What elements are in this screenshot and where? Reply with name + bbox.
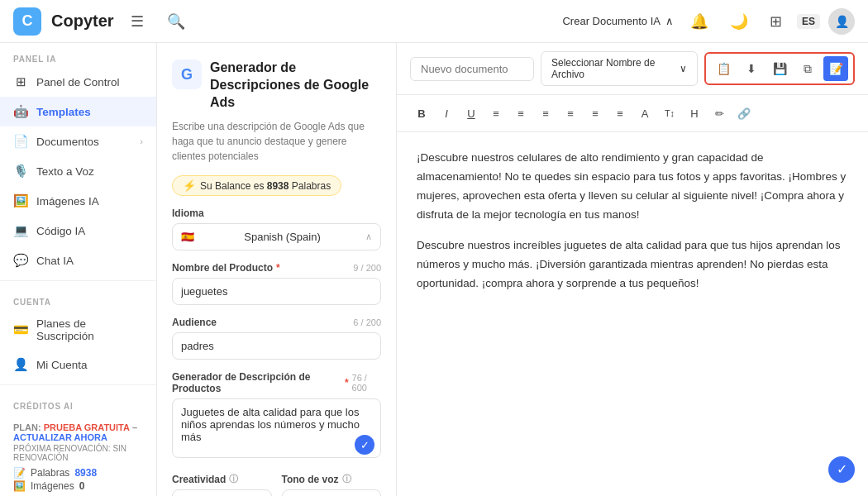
sidebar-item-codigo-ia[interactable]: 💻 Código IA bbox=[0, 216, 156, 246]
doc-action-toolbar: 📋 ⬇ 💾 ⧉ 📝 bbox=[704, 52, 855, 85]
create-document-button[interactable]: Crear Documento IA ∧ bbox=[562, 15, 674, 27]
align-justify-button[interactable]: ≡ bbox=[559, 102, 582, 125]
download-doc-button[interactable]: ⬇ bbox=[739, 56, 764, 81]
palabras-label: Palabras bbox=[31, 467, 69, 479]
required-marker-2: * bbox=[345, 377, 349, 389]
nav-actions: 🔔 🌙 ⊞ ES 👤 bbox=[684, 8, 855, 35]
images-icon: 🖼️ bbox=[13, 480, 26, 492]
imagenes-credit: 🖼️ Imágenes 0 bbox=[13, 480, 143, 492]
palabras-value: 8938 bbox=[74, 467, 97, 479]
producto-input[interactable] bbox=[172, 278, 381, 305]
cuenta-label: CUENTA bbox=[0, 286, 156, 310]
tono-label: Tono de voz ⓘ bbox=[282, 473, 382, 485]
doc-name-input[interactable] bbox=[410, 57, 534, 81]
file-name-label: Seleccionar Nombre de Archivo bbox=[551, 57, 675, 80]
panel-ia-label: PANEL IA bbox=[0, 43, 156, 67]
save-doc-button[interactable]: 💾 bbox=[767, 56, 792, 81]
new-doc-button[interactable]: 📝 bbox=[823, 56, 848, 81]
italic-button[interactable]: I bbox=[435, 102, 458, 125]
form-logo: G bbox=[172, 60, 202, 89]
underline-button[interactable]: U bbox=[460, 102, 483, 125]
image-icon: 🖼️ bbox=[13, 193, 28, 208]
font-color-button[interactable]: A bbox=[633, 102, 656, 125]
list-unordered-button[interactable]: ≡ bbox=[608, 102, 632, 125]
language-badge[interactable]: ES bbox=[797, 14, 820, 29]
align-center-button[interactable]: ≡ bbox=[509, 102, 532, 125]
plan-free-link[interactable]: PRUEBA GRATUITA bbox=[44, 422, 130, 432]
sidebar-item-imagenes-ia[interactable]: 🖼️ Imágenes IA bbox=[0, 186, 156, 216]
imagenes-label: Imágenes bbox=[31, 480, 74, 492]
tono-input[interactable] bbox=[282, 489, 382, 496]
align-left-button[interactable]: ≡ bbox=[484, 102, 508, 125]
link-button[interactable]: 🔗 bbox=[732, 102, 756, 125]
sidebar-item-label: Código IA bbox=[36, 225, 85, 237]
ai-icon: 🤖 bbox=[13, 104, 28, 119]
sidebar-item-label: Imágenes IA bbox=[36, 195, 99, 207]
required-marker: * bbox=[276, 262, 280, 274]
form-title: Generador de Descripciones de Google Ads bbox=[210, 60, 381, 111]
sidebar-item-planes[interactable]: 💳 Planes de Suscripción bbox=[0, 310, 156, 350]
text-size-button[interactable]: T↕ bbox=[658, 102, 681, 125]
chevron-down-icon: ∨ bbox=[680, 63, 687, 74]
sidebar-item-label: Texto a Voz bbox=[36, 165, 94, 178]
hamburger-button[interactable]: ☰ bbox=[124, 9, 150, 34]
spain-flag-icon: 🇪🇸 bbox=[181, 231, 194, 243]
idioma-select[interactable]: 🇪🇸 Spanish (Spain) ∧ bbox=[172, 223, 381, 250]
creditos-label: CRÉDITOS AI bbox=[0, 390, 156, 414]
sidebar-divider bbox=[0, 280, 156, 281]
heading-button[interactable]: H bbox=[683, 102, 706, 125]
sidebar-item-texto-a-voz[interactable]: 🎙️ Texto a Voz bbox=[0, 156, 156, 186]
audience-char-count: 6 / 200 bbox=[353, 317, 381, 327]
align-right-button[interactable]: ≡ bbox=[534, 102, 557, 125]
sidebar-item-label: Chat IA bbox=[36, 255, 74, 267]
audience-label: Audience 6 / 200 bbox=[172, 317, 381, 328]
output-panel: Seleccionar Nombre de Archivo ∨ 📋 ⬇ 💾 ⧉ … bbox=[397, 43, 868, 496]
duplicate-doc-button[interactable]: ⧉ bbox=[795, 56, 820, 81]
descripcion-textarea[interactable]: Juguetes de alta calidad para que los ni… bbox=[172, 398, 381, 458]
sidebar-item-templates[interactable]: 🤖 Templates bbox=[0, 97, 156, 126]
sidebar: PANEL IA ⊞ Panel de Control 🤖 Templates … bbox=[0, 43, 157, 496]
palabras-credit: 📝 Palabras 8938 bbox=[13, 467, 143, 479]
search-button[interactable]: 🔍 bbox=[160, 9, 192, 34]
main-content: G Generador de Descripciones de Google A… bbox=[157, 43, 868, 496]
output-body: ¡Descubre nuestros celulares de alto ren… bbox=[397, 132, 868, 496]
code-icon: 💻 bbox=[13, 223, 28, 238]
bold-button[interactable]: B bbox=[410, 102, 433, 125]
creatividad-input[interactable] bbox=[172, 489, 272, 496]
tono-info-icon[interactable]: ⓘ bbox=[342, 473, 351, 485]
descripcion-char-count: 76 / 600 bbox=[352, 373, 381, 393]
expand-button[interactable]: ⊞ bbox=[763, 9, 789, 34]
format-toolbar: B I U ≡ ≡ ≡ ≡ ≡ ≡ A T↕ H ✏ 🔗 bbox=[397, 95, 868, 132]
sidebar-item-documentos[interactable]: 📄 Documentos › bbox=[0, 126, 156, 156]
plan-text: PLAN: PRUEBA GRATUITA – ACTUALIZAR AHORA bbox=[13, 422, 143, 442]
credit-box: PLAN: PRUEBA GRATUITA – ACTUALIZAR AHORA… bbox=[0, 414, 156, 496]
output-done-icon: ✓ bbox=[828, 456, 855, 483]
avatar[interactable]: 👤 bbox=[828, 8, 855, 35]
moon-button[interactable]: 🌙 bbox=[723, 9, 755, 34]
descripcion-wrapper: Juguetes de alta calidad para que los ni… bbox=[172, 398, 381, 461]
user-icon: 👤 bbox=[13, 357, 28, 372]
balance-badge: ⚡ Su Balance es 8938 Palabras bbox=[172, 175, 341, 196]
copy-doc-button[interactable]: 📋 bbox=[711, 56, 736, 81]
bell-button[interactable]: 🔔 bbox=[684, 9, 715, 34]
plan-upgrade-link[interactable]: ACTUALIZAR AHORA bbox=[13, 432, 107, 442]
form-panel: G Generador de Descripciones de Google A… bbox=[157, 43, 397, 496]
sidebar-item-chat-ia[interactable]: 💬 Chat IA bbox=[0, 246, 156, 275]
words-icon: 📝 bbox=[13, 467, 26, 479]
creatividad-info-icon[interactable]: ⓘ bbox=[229, 473, 238, 485]
sidebar-item-label: Planes de Suscripción bbox=[36, 317, 143, 342]
file-name-select[interactable]: Seleccionar Nombre de Archivo ∨ bbox=[541, 51, 698, 86]
mic-icon: 🎙️ bbox=[13, 164, 28, 179]
sidebar-item-label: Panel de Control bbox=[36, 76, 120, 88]
idioma-label: Idioma bbox=[172, 207, 381, 219]
grid-icon: ⊞ bbox=[13, 74, 28, 89]
audience-input[interactable] bbox=[172, 332, 381, 360]
sidebar-item-panel-control[interactable]: ⊞ Panel de Control bbox=[0, 67, 156, 97]
creatividad-tono-row: Creatividad ⓘ Tono de voz ⓘ bbox=[172, 473, 381, 496]
idioma-value: Spanish (Spain) bbox=[244, 231, 321, 243]
sidebar-item-mi-cuenta[interactable]: 👤 Mi Cuenta bbox=[0, 350, 156, 379]
topnav: C Copyter ☰ 🔍 Crear Documento IA ∧ 🔔 🌙 ⊞… bbox=[0, 0, 868, 43]
pen-button[interactable]: ✏ bbox=[708, 102, 731, 125]
chevron-up-icon: ∧ bbox=[365, 231, 372, 242]
list-ordered-button[interactable]: ≡ bbox=[584, 102, 607, 125]
